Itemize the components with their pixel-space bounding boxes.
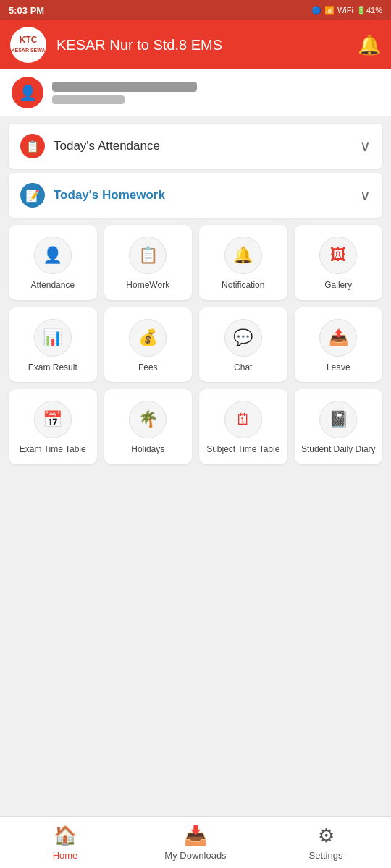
status-bar: 5:03 PM 🔵 📶 WiFi 🔋41% <box>0 0 391 20</box>
exam-result-label: Exam Result <box>28 362 77 374</box>
holidays-icon: 🌴 <box>129 401 167 438</box>
leave-label: Leave <box>327 362 350 374</box>
app-header: KTC KESAR SEWA KESAR Nur to Std.8 EMS 🔔 <box>0 20 391 69</box>
nav-settings-label: Settings <box>309 850 343 861</box>
leave-icon: 📤 <box>319 319 357 357</box>
grid-item-attendance[interactable]: 👤Attendance <box>9 225 97 300</box>
nav-home[interactable]: 🏠 Home <box>0 817 130 868</box>
notification-label: Notification <box>222 280 264 292</box>
homework-icon: 📝 <box>20 183 45 208</box>
attendance-icon: 👤 <box>34 237 72 274</box>
attendance-chevron-icon: ∨ <box>360 137 371 155</box>
chat-label: Chat <box>234 362 252 374</box>
grid-item-chat[interactable]: 💬Chat <box>199 307 287 383</box>
exam-time-table-icon: 📅 <box>34 401 72 438</box>
user-avatar-icon: 👤 <box>19 84 37 101</box>
grid-item-exam-time-table[interactable]: 📅Exam Time Table <box>9 389 97 464</box>
status-icons: 🔵 📶 WiFi 🔋41% <box>311 6 382 15</box>
grid-item-exam-result[interactable]: 📊Exam Result <box>9 307 97 383</box>
bluetooth-icon: 🔵 <box>311 6 321 15</box>
feature-grid: 👤Attendance📋HomeWork🔔Notification🖼Galler… <box>9 225 382 464</box>
homework-label: HomeWork <box>126 280 169 292</box>
nav-home-label: Home <box>53 850 78 861</box>
bell-icon[interactable]: 🔔 <box>358 34 381 56</box>
logo-line1: KTC <box>20 35 38 45</box>
chat-icon: 💬 <box>224 319 262 357</box>
attendance-accordion[interactable]: 📋 Today's Attendance ∨ <box>9 124 382 169</box>
grid-item-subject-time-table[interactable]: 🗓Subject Time Table <box>199 389 287 464</box>
user-name-blurred <box>52 82 197 92</box>
downloads-icon: 📥 <box>184 825 207 847</box>
nav-downloads[interactable]: 📥 My Downloads <box>130 817 261 868</box>
student-daily-diary-icon: 📓 <box>319 401 357 438</box>
nav-settings[interactable]: ⚙ Settings <box>261 817 391 868</box>
grid-item-notification[interactable]: 🔔Notification <box>199 225 287 300</box>
subject-time-table-label: Subject Time Table <box>206 444 279 456</box>
gallery-icon: 🖼 <box>319 237 357 274</box>
fees-icon: 💰 <box>129 319 167 357</box>
app-logo: KTC KESAR SEWA <box>10 27 46 63</box>
home-icon: 🏠 <box>54 825 77 847</box>
subject-time-table-icon: 🗓 <box>224 401 262 438</box>
grid-container: 👤Attendance📋HomeWork🔔Notification🖼Galler… <box>9 225 382 464</box>
user-details <box>52 82 379 104</box>
logo-line2: KESAR SEWA <box>11 48 45 53</box>
signal-icon: 📶 <box>324 6 335 15</box>
holidays-label: Holidays <box>131 444 164 456</box>
grid-item-fees[interactable]: 💰Fees <box>104 307 193 383</box>
grid-item-student-daily-diary[interactable]: 📓Student Daily Diary <box>295 389 383 464</box>
fees-label: Fees <box>138 362 158 374</box>
grid-item-holidays[interactable]: 🌴Holidays <box>104 389 193 464</box>
student-daily-diary-label: Student Daily Diary <box>301 444 376 456</box>
grid-item-gallery[interactable]: 🖼Gallery <box>295 225 383 300</box>
exam-time-table-label: Exam Time Table <box>20 444 86 456</box>
settings-icon: ⚙ <box>318 825 335 847</box>
notification-icon: 🔔 <box>224 237 262 274</box>
attendance-label: Today's Attendance <box>54 139 160 153</box>
user-sub-blurred <box>52 95 125 104</box>
battery-icon: 🔋41% <box>356 6 382 15</box>
user-info-bar: 👤 <box>0 69 391 116</box>
wifi-icon: WiFi <box>337 6 353 14</box>
gallery-label: Gallery <box>324 280 352 292</box>
status-time: 5:03 PM <box>9 5 44 16</box>
homework-icon: 📋 <box>129 237 167 274</box>
homework-label: Today's Homework <box>54 188 165 203</box>
header-title: KESAR Nur to Std.8 EMS <box>56 37 358 54</box>
user-avatar: 👤 <box>12 77 43 109</box>
nav-downloads-label: My Downloads <box>164 850 226 861</box>
homework-chevron-icon: ∨ <box>360 187 371 204</box>
grid-item-homework[interactable]: 📋HomeWork <box>104 225 193 300</box>
attendance-icon: 📋 <box>20 134 45 158</box>
exam-result-icon: 📊 <box>34 319 72 357</box>
attendance-label: Attendance <box>30 280 75 292</box>
bottom-navigation: 🏠 Home 📥 My Downloads ⚙ Settings <box>0 816 391 868</box>
homework-accordion[interactable]: 📝 Today's Homework ∨ <box>9 173 382 218</box>
grid-item-leave[interactable]: 📤Leave <box>295 307 383 383</box>
